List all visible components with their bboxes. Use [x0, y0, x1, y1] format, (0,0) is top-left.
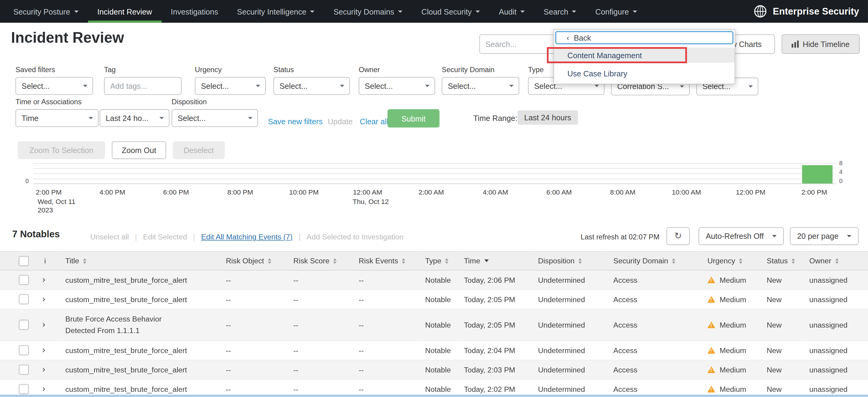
menu-back-item[interactable]: ‹ Back — [555, 31, 733, 44]
column-header-title[interactable]: Title — [60, 251, 220, 270]
expand-chevron-icon[interactable]: › — [42, 274, 46, 285]
x-tick-label: 10:00 AM — [672, 189, 701, 196]
row-checkbox[interactable] — [19, 294, 29, 304]
nav-item-configure[interactable]: Configure — [586, 0, 647, 23]
menu-item-use-case-library[interactable]: Use Case Library — [554, 66, 735, 81]
expand-chevron-icon[interactable]: › — [42, 384, 46, 394]
chevron-down-icon — [159, 117, 164, 119]
row-checkbox[interactable] — [19, 345, 29, 355]
row-checkbox[interactable] — [19, 384, 29, 394]
risk-object-value: -- — [226, 346, 230, 354]
nav-item-search[interactable]: Search — [534, 0, 586, 23]
select-all-checkbox[interactable] — [19, 256, 29, 266]
enterprise-security-brand[interactable]: Enterprise Security — [753, 0, 868, 23]
column-header-status[interactable]: Status — [761, 251, 804, 270]
chevron-down-icon — [89, 117, 93, 119]
nav-item-security-intelligence[interactable]: Security Intelligence — [227, 0, 324, 23]
x-tick-label: 12:00 AM — [353, 189, 382, 196]
timeline-icon — [792, 40, 799, 48]
auto-refresh-label: Auto-Refresh Off — [706, 232, 764, 240]
table-row[interactable]: › custom_mitre_test_brute_force_alert --… — [0, 290, 868, 309]
notable-title: custom_mitre_test_brute_force_alert — [65, 366, 187, 374]
expand-chevron-icon[interactable]: › — [42, 319, 46, 330]
save-new-filters-link[interactable]: Save new filters — [268, 117, 322, 126]
disposition-select[interactable]: Select... — [172, 109, 258, 127]
column-header-disposition[interactable]: Disposition — [532, 251, 608, 270]
x-tick-label: 8:00 PM — [227, 189, 253, 196]
table-row[interactable]: › custom_mitre_test_brute_force_alert --… — [0, 360, 868, 379]
sort-icon — [739, 258, 742, 263]
submit-button[interactable]: Submit — [388, 109, 439, 127]
notables-count-heading: 7 Notables — [12, 229, 60, 240]
notable-title: Brute Force Access Behavior Detected Fro… — [65, 309, 179, 340]
app-window: Security Posture Incident Review Investi… — [0, 0, 868, 397]
urgency-select[interactable]: Select... — [195, 77, 266, 95]
time-association-select[interactable]: Time — [16, 109, 98, 127]
clear-all-link[interactable]: Clear all — [360, 117, 388, 126]
x-tick-label: 2:00 PM — [801, 189, 827, 196]
expand-chevron-icon[interactable]: › — [42, 294, 46, 304]
column-header-risk-object[interactable]: Risk Object — [220, 251, 288, 270]
auto-refresh-button[interactable]: Auto-Refresh Off — [699, 227, 784, 245]
column-header-urgency[interactable]: Urgency — [702, 251, 761, 270]
saved-filters-select[interactable]: Select... — [16, 77, 93, 95]
tag-input[interactable] — [104, 77, 182, 95]
menu-item-content-management[interactable]: Content Management — [554, 48, 735, 62]
refresh-button[interactable]: ↻ — [666, 227, 690, 245]
zoom-out-button[interactable]: Zoom Out — [112, 141, 166, 159]
select-value: Select... — [201, 82, 229, 90]
configure-dropdown-menu: ‹ Back Content Management Use Case Libra… — [554, 29, 735, 84]
security-domain-select[interactable]: Select... — [442, 77, 519, 95]
table-row[interactable]: › Brute Force Access Behavior Detected F… — [0, 309, 868, 341]
time-range-value[interactable]: Last 24 hours — [518, 110, 578, 125]
notables-toolbar: Unselect all | Edit Selected | Edit All … — [90, 233, 403, 241]
owner-select[interactable]: Select... — [359, 77, 435, 95]
row-checkbox[interactable] — [19, 365, 29, 375]
filter-label: Owner — [359, 65, 435, 74]
expand-chevron-icon[interactable]: › — [42, 345, 46, 356]
edit-selected-link: Edit Selected — [143, 233, 187, 241]
column-header-security-domain[interactable]: Security Domain — [608, 251, 702, 270]
chevron-down-icon — [398, 10, 403, 12]
nav-item-investigations[interactable]: Investigations — [161, 0, 227, 23]
column-header-type[interactable]: Type — [420, 251, 458, 270]
y-axis-right-label: 0 — [839, 177, 843, 184]
nav-item-security-domains[interactable]: Security Domains — [324, 0, 412, 23]
per-page-button[interactable]: 20 per page — [790, 227, 859, 245]
column-header-time[interactable]: Time — [458, 251, 532, 270]
chevron-left-icon: ‹ — [566, 34, 569, 42]
x-tick-label: 6:00 AM — [546, 189, 572, 196]
urgency-value: Medium — [720, 321, 746, 329]
row-checkbox[interactable] — [19, 320, 29, 330]
urgency-value: Medium — [720, 346, 746, 354]
nav-item-cloud-security[interactable]: Cloud Security — [412, 0, 489, 23]
column-header-owner[interactable]: Owner — [804, 251, 868, 270]
column-header-risk-score[interactable]: Risk Score — [288, 251, 353, 270]
warning-icon: ! — [707, 366, 715, 373]
nav-item-audit[interactable]: Audit — [489, 0, 534, 23]
table-row[interactable]: › custom_mitre_test_brute_force_alert --… — [0, 341, 868, 360]
expand-chevron-icon[interactable]: › — [42, 364, 46, 375]
column-header-risk-events[interactable]: Risk Events — [353, 251, 420, 270]
time-range-label: Time Range: — [473, 114, 518, 122]
hide-timeline-button[interactable]: Hide Timeline — [782, 34, 860, 54]
nav-label: Configure — [595, 7, 629, 16]
row-checkbox[interactable] — [19, 275, 29, 285]
horizontal-scrollbar[interactable] — [0, 395, 868, 397]
time-value: Today, 2:05 PM — [464, 321, 516, 329]
sort-icon — [445, 258, 448, 263]
nav-item-incident-review[interactable]: Incident Review — [88, 0, 161, 23]
disposition-value: Undetermined — [538, 366, 585, 374]
sort-icon — [334, 258, 337, 263]
edit-all-matching-events-link[interactable]: Edit All Matching Events (7) — [201, 233, 293, 241]
nav-label: Incident Review — [97, 7, 152, 16]
chevron-down-icon — [847, 235, 851, 237]
nav-item-security-posture[interactable]: Security Posture — [4, 0, 88, 23]
time-window-select[interactable]: Last 24 ho... — [100, 109, 169, 127]
hide-timeline-label: Hide Timeline — [803, 40, 849, 49]
filter-time-or-associations: Time or Associations Time Last 24 ho... — [16, 97, 169, 127]
table-row[interactable]: › custom_mitre_test_brute_force_alert --… — [0, 270, 868, 290]
timeline-chart-area[interactable] — [33, 163, 836, 184]
status-select[interactable]: Select... — [274, 77, 350, 95]
zoom-to-selection-button: Zoom To Selection — [18, 141, 105, 159]
